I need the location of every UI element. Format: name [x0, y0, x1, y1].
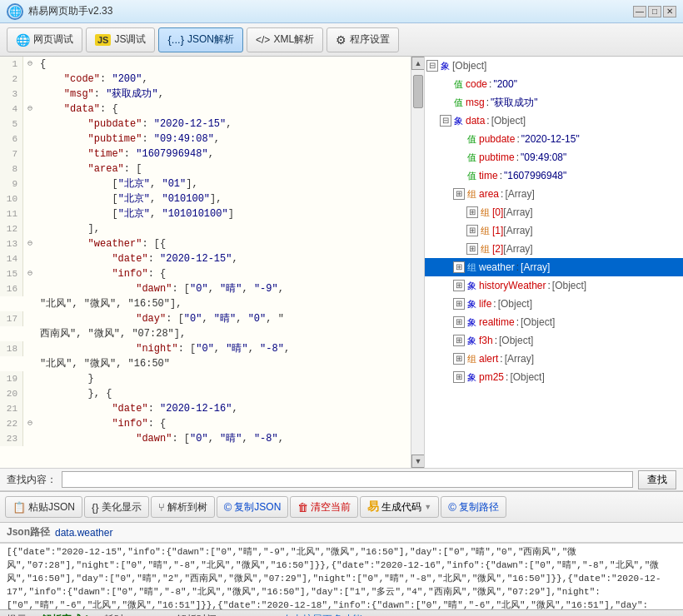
- json-parse-label: JSON解析: [187, 32, 234, 47]
- tree-item[interactable]: ⊞组[1] [Array]: [425, 221, 683, 240]
- scroll-up[interactable]: ▲: [411, 57, 424, 70]
- code-line-21: 21 "date": "2020-12-16",: [0, 401, 411, 416]
- tree-expand-icon[interactable]: ⊞: [453, 280, 465, 291]
- code-line-4: 4 ⊖ "data": {: [0, 102, 411, 117]
- settings-button[interactable]: ⚙ 程序设置: [327, 27, 399, 52]
- tree-item[interactable]: 值pubdate: "2020-12-15": [425, 130, 683, 148]
- tree-val-label: [Object]: [521, 314, 555, 330]
- tree-expand-icon[interactable]: ⊞: [453, 298, 465, 310]
- time-label: 耗时：: [104, 613, 134, 616]
- copy-json-button[interactable]: © 复制JSON: [217, 496, 289, 518]
- tree-item[interactable]: ⊞组alert: [Array]: [425, 350, 683, 368]
- code-line-16: 16 "dawn": ["0", "晴", "-9", "北风", "微风", …: [0, 281, 411, 311]
- search-button[interactable]: 查找: [638, 470, 676, 489]
- tree-expand-icon[interactable]: ⊞: [453, 353, 465, 365]
- tree-item[interactable]: ⊞组weather: [Array]: [425, 258, 683, 276]
- tree-expand-icon[interactable]: ⊞: [466, 206, 478, 218]
- parse-tree-button[interactable]: ⑂ 解析到树: [151, 496, 215, 518]
- tree-expand-icon[interactable]: ⊞: [453, 188, 465, 200]
- output-area[interactable]: [{"date":"2020-12-15","info":{"dawn":["0…: [0, 543, 683, 609]
- left-scrollbar[interactable]: ▲ ▼: [411, 57, 424, 468]
- tree-val-label: [Array]: [505, 186, 534, 202]
- code-line-1: 1 ⊖ {: [0, 57, 411, 72]
- parse-time-label: 解析时间：: [177, 613, 227, 616]
- code-line-10: 10 ["北京", "010100"],: [0, 191, 411, 206]
- tree-type-label: 象: [467, 314, 476, 330]
- tree-item[interactable]: 值code: "200": [425, 75, 683, 93]
- window-controls: — □ ✕: [633, 6, 676, 17]
- scroll-thumb[interactable]: [413, 75, 423, 108]
- tree-item[interactable]: 值time: "1607996948": [425, 166, 683, 185]
- tree-key-label: alert: [479, 350, 498, 367]
- xml-parse-button[interactable]: </> XML解析: [247, 27, 323, 52]
- code-line-12: 12 ],: [0, 221, 411, 236]
- code-line-20: 20 }, {: [0, 386, 411, 401]
- tree-type-label: 值: [467, 131, 476, 147]
- tree-item[interactable]: 值pubtime: "09:49:08": [425, 148, 683, 166]
- path-value: data.weather: [55, 527, 112, 539]
- tree-item[interactable]: ⊟象 [Object]: [425, 57, 683, 75]
- close-button[interactable]: ✕: [663, 6, 676, 17]
- js-debug-button[interactable]: JS JS调试: [86, 27, 155, 52]
- bottom-toolbar: 📋 粘贴JSON {} 美化显示 ⑂ 解析到树 © 复制JSON 🗑 清空当前 …: [0, 491, 683, 523]
- json-parse-button[interactable]: {...} JSON解析: [158, 27, 243, 52]
- tree-type-label: 组: [467, 350, 476, 367]
- tree-expand-icon[interactable]: ⊟: [426, 60, 438, 72]
- tree-type-label: 组: [467, 186, 476, 202]
- code-line-6: 6 "pubtime": "09:49:08",: [0, 132, 411, 147]
- tree-type-label: 象: [441, 57, 450, 74]
- web-debug-button[interactable]: 🌐 网页调试: [7, 27, 82, 52]
- tree-item[interactable]: ⊞组area: [Array]: [425, 185, 683, 203]
- tree-expand-icon[interactable]: ⊞: [453, 335, 465, 346]
- tree-key-label: pubtime: [479, 149, 515, 166]
- tree-key-label: [2]: [492, 241, 503, 257]
- tree-type-label: 组: [467, 259, 476, 276]
- tree-expand-icon[interactable]: ⊞: [466, 225, 478, 236]
- tree-item[interactable]: ⊟象data: [Object]: [425, 112, 683, 130]
- xml-icon: </>: [256, 34, 270, 46]
- tree-type-label: 象: [454, 112, 463, 129]
- tree-item[interactable]: ⊞组[0] [Array]: [425, 203, 683, 221]
- tree-key-label: data: [466, 112, 485, 129]
- tree-val-label: [Array]: [503, 241, 532, 257]
- xml-parse-label: XML解析: [273, 32, 314, 47]
- beautify-button[interactable]: {} 美化显示: [84, 496, 149, 518]
- copy-path-button[interactable]: © 复制路径: [441, 496, 506, 518]
- tree-item[interactable]: ⊞象f3h: [Object]: [425, 331, 683, 350]
- code-area[interactable]: 1 ⊖ { 2 "code": "200", 3 "msg": "获取成功",: [0, 57, 411, 468]
- tree-item[interactable]: ⊞象realtime: [Object]: [425, 313, 683, 331]
- path-bar: Json路径 data.weather: [0, 523, 683, 543]
- json-editor-panel: 1 ⊖ { 2 "code": "200", 3 "msg": "获取成功",: [0, 57, 425, 468]
- tree-val-label: [Array]: [503, 204, 532, 221]
- tree-expand-icon[interactable]: ⊞: [453, 316, 465, 328]
- paste-json-button[interactable]: 📋 粘贴JSON: [5, 496, 82, 518]
- tree-item[interactable]: 值msg: "获取成功": [425, 93, 683, 112]
- tree-expand-icon[interactable]: ⊞: [453, 261, 465, 273]
- gen-code-button[interactable]: 易 生成代码 ▼: [360, 496, 439, 518]
- tree-expand-icon[interactable]: ⊞: [466, 243, 478, 255]
- tree-expand-icon[interactable]: ⊞: [453, 371, 465, 383]
- code-line-2: 2 "code": "200",: [0, 72, 411, 87]
- tree-val-label: "200": [493, 76, 517, 92]
- search-input[interactable]: [62, 471, 633, 488]
- tree-val-label: [Array]: [503, 222, 532, 239]
- scroll-down[interactable]: ▼: [411, 455, 424, 468]
- tree-val-label: [Array]: [521, 259, 550, 276]
- minimize-button[interactable]: —: [633, 6, 646, 17]
- beautify-label: 美化显示: [102, 500, 142, 514]
- title-bar-left: 🌐 精易网页助手v2.33: [7, 3, 112, 20]
- code-line-18: 18 "night": ["0", "晴", "-8", "北风", "微风",…: [0, 341, 411, 371]
- tree-item[interactable]: ⊞象life: [Object]: [425, 295, 683, 313]
- web-debug-label: 网页调试: [33, 32, 73, 47]
- tree-expand-icon[interactable]: ⊟: [440, 115, 451, 127]
- tree-item[interactable]: ⊞组[2] [Array]: [425, 240, 683, 258]
- tree-item[interactable]: ⊞象historyWeather: [Object]: [425, 276, 683, 295]
- tree-key-label: msg: [466, 94, 485, 111]
- tree-item[interactable]: ⊞象pm25: [Object]: [425, 368, 683, 386]
- tree-val-label: [Object]: [552, 277, 586, 294]
- tree-val-label: "1607996948": [504, 167, 566, 184]
- clear-button[interactable]: 🗑 清空当前: [290, 496, 358, 518]
- tree-type-label: 象: [467, 369, 476, 385]
- maximize-button[interactable]: □: [648, 6, 661, 17]
- more-features-link[interactable]: 右击扩展更多功能: [282, 613, 362, 616]
